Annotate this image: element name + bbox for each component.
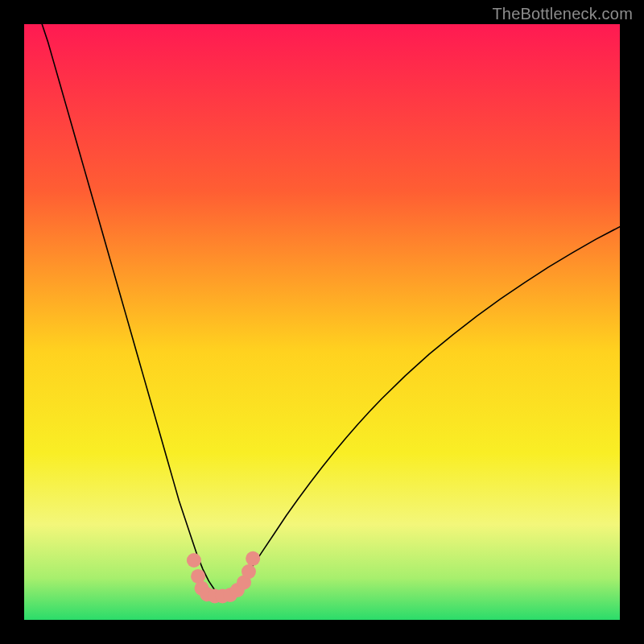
chart-background [24,24,620,620]
marker [246,551,260,566]
chart-svg [24,24,620,620]
watermark-text: TheBottleneck.com [492,5,633,23]
plot-area [24,24,620,620]
chart-frame: TheBottleneck.com [0,0,644,644]
marker [242,564,256,579]
marker [187,553,201,568]
